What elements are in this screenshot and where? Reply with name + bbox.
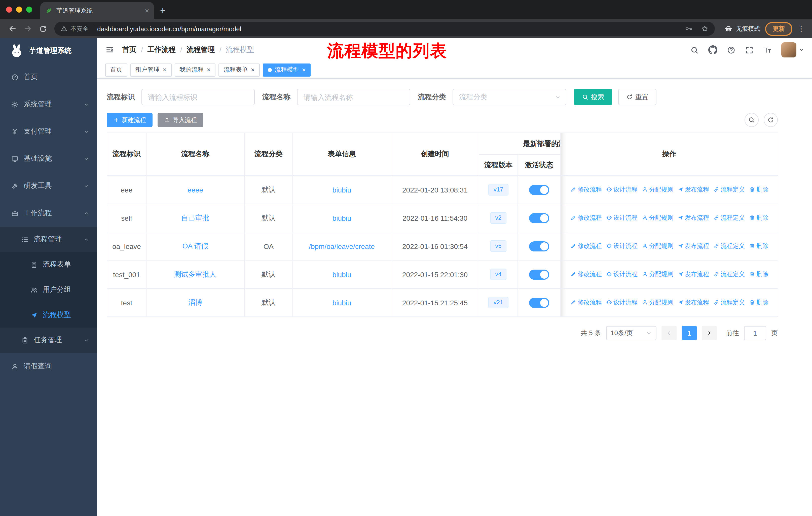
toggle-search-button[interactable]	[745, 113, 759, 127]
active-toggle[interactable]	[529, 298, 549, 308]
action-assign-rules[interactable]: 分配规则	[642, 242, 673, 250]
page-size-select[interactable]: 10条/页	[606, 326, 657, 340]
action-publish-process[interactable]: 发布流程	[677, 242, 709, 250]
sidebar-item-system[interactable]: 系统管理	[0, 91, 97, 118]
tag-process-form[interactable]: 流程表单 ×	[219, 63, 260, 76]
action-publish-process[interactable]: 发布流程	[677, 298, 709, 307]
user-avatar[interactable]	[781, 42, 796, 57]
sidebar-item-task-management[interactable]: 任务管理	[0, 328, 97, 353]
action-process-definition[interactable]: 流程定义	[713, 270, 745, 279]
action-publish-process[interactable]: 发布流程	[677, 270, 709, 279]
tag-close-icon[interactable]: ×	[302, 66, 306, 73]
action-design-process[interactable]: 设计流程	[606, 242, 638, 250]
breadcrumb-item[interactable]: 工作流程	[147, 45, 176, 54]
fullscreen-icon[interactable]	[745, 46, 754, 54]
action-design-process[interactable]: 设计流程	[606, 298, 638, 307]
action-assign-rules[interactable]: 分配规则	[642, 270, 673, 279]
process-name-link[interactable]: OA 请假	[182, 242, 208, 250]
reload-button[interactable]	[35, 21, 50, 36]
sidebar-item-leave-query[interactable]: 请假查询	[0, 353, 97, 380]
search-icon[interactable]	[690, 46, 699, 54]
action-assign-rules[interactable]: 分配规则	[642, 298, 673, 307]
sidebar-item-process-form[interactable]: 流程表单	[0, 252, 97, 277]
tag-process-model[interactable]: 流程模型 ×	[263, 63, 311, 76]
sidebar-item-home[interactable]: 首页	[0, 63, 97, 91]
action-delete[interactable]: 删除	[749, 270, 768, 279]
reset-button[interactable]: 重置	[618, 89, 657, 105]
back-button[interactable]	[5, 21, 20, 36]
window-close-button[interactable]	[6, 6, 12, 12]
form-info-link[interactable]: biubiu	[332, 270, 351, 278]
action-delete[interactable]: 删除	[749, 298, 768, 307]
action-assign-rules[interactable]: 分配规则	[642, 214, 673, 222]
action-modify-process[interactable]: 修改流程	[570, 298, 602, 307]
tag-close-icon[interactable]: ×	[251, 66, 255, 73]
form-info-link[interactable]: biubiu	[332, 186, 351, 194]
new-tab-button[interactable]: +	[160, 6, 165, 15]
action-design-process[interactable]: 设计流程	[606, 270, 638, 279]
sidebar-toggle-button[interactable]	[105, 45, 114, 54]
forward-button[interactable]	[20, 21, 35, 36]
action-modify-process[interactable]: 修改流程	[570, 214, 602, 222]
action-process-definition[interactable]: 流程定义	[713, 298, 745, 307]
category-select[interactable]: 流程分类	[453, 89, 566, 105]
action-process-definition[interactable]: 流程定义	[713, 242, 745, 250]
breadcrumb-item[interactable]: 流程管理	[187, 45, 215, 54]
sidebar-item-infrastructure[interactable]: 基础设施	[0, 145, 97, 172]
process-name-link[interactable]: 测试多审批人	[174, 270, 216, 278]
window-zoom-button[interactable]	[26, 6, 32, 12]
font-size-icon[interactable]	[763, 46, 772, 54]
browser-menu-icon[interactable]: ⋮	[798, 24, 805, 33]
goto-page-input[interactable]	[744, 326, 766, 340]
sidebar-item-user-group[interactable]: 用户分组	[0, 277, 97, 302]
bookmark-star-icon[interactable]	[701, 25, 709, 33]
window-minimize-button[interactable]	[16, 6, 22, 12]
password-key-icon[interactable]	[685, 25, 693, 33]
tab-close-icon[interactable]: ×	[145, 7, 149, 14]
process-name-link[interactable]: 滔博	[188, 298, 202, 306]
search-button[interactable]: 搜索	[574, 89, 612, 105]
action-publish-process[interactable]: 发布流程	[677, 185, 709, 194]
create-process-button[interactable]: 新建流程	[107, 113, 152, 127]
tag-my-process[interactable]: 我的流程 ×	[174, 63, 215, 76]
breadcrumb-item[interactable]: 首页	[122, 45, 137, 54]
refresh-table-button[interactable]	[764, 113, 778, 127]
github-icon[interactable]	[708, 45, 717, 54]
tag-close-icon[interactable]: ×	[207, 66, 210, 73]
form-info-link[interactable]: biubiu	[332, 214, 351, 222]
action-design-process[interactable]: 设计流程	[606, 214, 638, 222]
sidebar-item-dev-tools[interactable]: 研发工具	[0, 172, 97, 199]
next-page-button[interactable]	[702, 326, 717, 340]
process-name-link[interactable]: 自己审批	[181, 213, 209, 221]
user-menu[interactable]	[781, 42, 804, 57]
active-toggle[interactable]	[529, 269, 549, 279]
action-modify-process[interactable]: 修改流程	[570, 270, 602, 279]
form-info-link[interactable]: /bpm/oa/leave/create	[309, 242, 375, 250]
active-toggle[interactable]	[529, 185, 549, 195]
action-modify-process[interactable]: 修改流程	[570, 185, 602, 194]
tag-home[interactable]: 首页	[105, 63, 127, 76]
tag-tenant-management[interactable]: 租户管理 ×	[130, 63, 171, 76]
browser-tab[interactable]: 芋道管理系统 ×	[40, 2, 154, 19]
page-number-1[interactable]: 1	[682, 326, 697, 340]
action-process-definition[interactable]: 流程定义	[713, 185, 745, 194]
address-bar[interactable]: 不安全 dashboard.yudao.iocoder.cn/bpm/manag…	[54, 22, 715, 36]
action-process-definition[interactable]: 流程定义	[713, 214, 745, 222]
action-design-process[interactable]: 设计流程	[606, 185, 638, 194]
help-icon[interactable]	[727, 46, 735, 54]
active-toggle[interactable]	[529, 241, 549, 251]
import-process-button[interactable]: 导入流程	[157, 113, 203, 127]
process-name-input[interactable]	[297, 89, 410, 105]
process-name-link[interactable]: eeee	[187, 186, 203, 194]
action-delete[interactable]: 删除	[749, 242, 768, 250]
sidebar-item-payment[interactable]: 支付管理	[0, 118, 97, 145]
action-delete[interactable]: 删除	[749, 185, 768, 194]
prev-page-button[interactable]	[662, 326, 676, 340]
sidebar-item-workflow[interactable]: 工作流程	[0, 199, 97, 227]
sidebar-item-process-management[interactable]: 流程管理	[0, 227, 97, 252]
form-info-link[interactable]: biubiu	[332, 299, 351, 307]
process-id-input[interactable]	[141, 89, 255, 105]
action-modify-process[interactable]: 修改流程	[570, 242, 602, 250]
action-delete[interactable]: 删除	[749, 214, 768, 222]
action-assign-rules[interactable]: 分配规则	[642, 185, 673, 194]
